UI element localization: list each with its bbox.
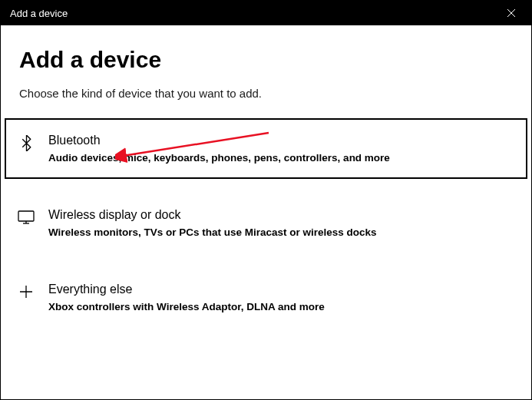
titlebar-title: Add a device: [10, 8, 501, 19]
content: Add a device Choose the kind of device t…: [1, 25, 531, 328]
bluetooth-icon: [18, 134, 35, 151]
option-title: Everything else: [48, 283, 514, 296]
plus-icon: [18, 283, 35, 300]
options-list: Bluetooth Audio devices, mice, keyboards…: [1, 118, 531, 328]
page-subheading: Choose the kind of device that you want …: [19, 87, 513, 100]
option-title: Bluetooth: [48, 134, 514, 147]
svg-rect-0: [18, 211, 34, 221]
option-text: Bluetooth Audio devices, mice, keyboards…: [48, 134, 514, 164]
option-text: Wireless display or dock Wireless monito…: [48, 208, 514, 238]
option-bluetooth[interactable]: Bluetooth Audio devices, mice, keyboards…: [5, 118, 527, 179]
option-title: Wireless display or dock: [48, 208, 514, 222]
option-desc: Wireless monitors, TVs or PCs that use M…: [48, 226, 514, 238]
titlebar: Add a device: [1, 1, 531, 25]
page-heading: Add a device: [19, 47, 513, 73]
option-wireless-display[interactable]: Wireless display or dock Wireless monito…: [1, 193, 531, 253]
close-button[interactable]: [501, 2, 522, 24]
option-text: Everything else Xbox controllers with Wi…: [48, 283, 514, 312]
option-everything-else[interactable]: Everything else Xbox controllers with Wi…: [1, 267, 531, 328]
option-desc: Xbox controllers with Wireless Adaptor, …: [48, 301, 514, 312]
display-icon: [18, 209, 35, 226]
close-icon: [507, 8, 516, 18]
option-desc: Audio devices, mice, keyboards, phones, …: [48, 152, 514, 164]
